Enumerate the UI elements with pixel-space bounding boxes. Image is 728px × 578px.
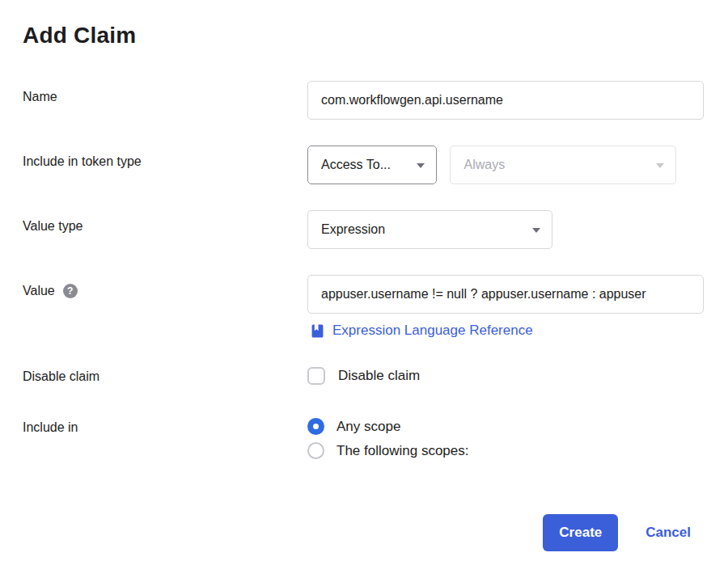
cancel-button[interactable]: Cancel: [645, 525, 691, 541]
value-input[interactable]: [307, 275, 704, 314]
question-mark-circle-icon[interactable]: ?: [63, 284, 78, 298]
page-title: Add Claim: [23, 21, 705, 50]
caret-down-icon: [656, 163, 664, 168]
disable-claim-checkbox[interactable]: [307, 367, 325, 385]
expression-language-reference-link[interactable]: Expression Language Reference: [332, 323, 533, 339]
name-row: Name: [23, 81, 705, 120]
value-type-selected-value: Expression: [321, 222, 385, 237]
value-type-select[interactable]: Expression: [307, 210, 552, 249]
name-label: Name: [23, 81, 307, 106]
radio-selected-icon[interactable]: [307, 418, 324, 435]
token-type-label: Include in token type: [23, 146, 307, 171]
token-lifetime-select: Always: [450, 146, 676, 184]
include-in-radio-group: Any scope The following scopes:: [307, 418, 705, 459]
include-in-row: Include in Any scope The following scope…: [23, 418, 705, 459]
token-type-selected-value: Access To...: [321, 158, 391, 172]
add-claim-dialog: Add Claim Name Include in token type Acc…: [0, 0, 728, 578]
disable-claim-checkbox-label[interactable]: Disable claim: [338, 368, 420, 384]
disable-claim-row: Disable claim Disable claim: [23, 367, 705, 386]
radio-option-following-scopes[interactable]: The following scopes:: [307, 442, 705, 459]
radio-option-label: Any scope: [336, 419, 400, 435]
value-type-row: Value type Expression: [23, 210, 705, 249]
value-row: Value ? Expression Language Reference: [23, 275, 705, 340]
value-type-label: Value type: [23, 210, 307, 235]
caret-down-icon: [417, 163, 425, 168]
include-in-label: Include in: [23, 418, 307, 437]
token-type-select[interactable]: Access To...: [307, 146, 437, 184]
radio-option-any-scope[interactable]: Any scope: [307, 418, 705, 435]
radio-option-label: The following scopes:: [336, 443, 468, 459]
value-label: Value: [23, 282, 55, 300]
token-type-row: Include in token type Access To... Alway…: [23, 146, 705, 184]
create-button[interactable]: Create: [543, 514, 618, 551]
token-lifetime-selected-value: Always: [463, 158, 505, 172]
dialog-footer: Create Cancel: [23, 514, 705, 551]
book-icon: [311, 324, 324, 338]
name-input[interactable]: [307, 81, 704, 120]
caret-down-icon: [532, 228, 540, 233]
radio-unselected-icon[interactable]: [307, 442, 324, 459]
disable-claim-label: Disable claim: [23, 367, 307, 386]
